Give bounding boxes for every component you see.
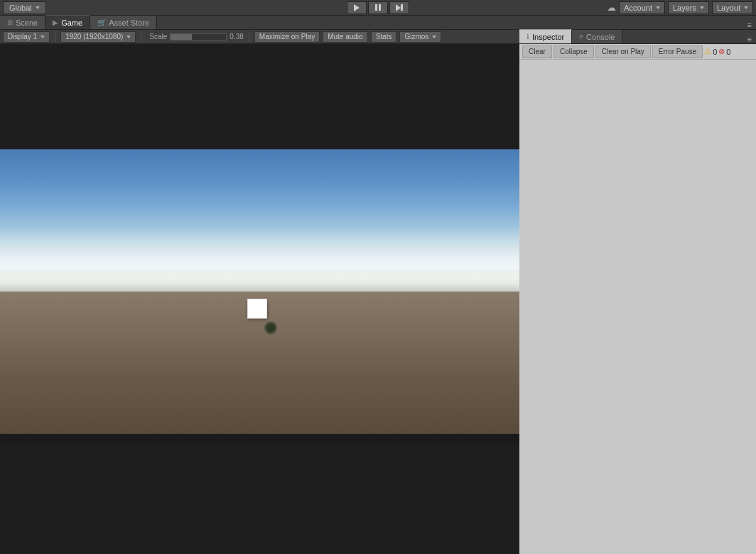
right-content [519, 60, 756, 554]
right-tab-more[interactable]: ≡ [743, 35, 756, 43]
game-scene [0, 149, 519, 434]
toolbar-right: ☁ Account Layers Layout [607, 1, 753, 14]
display-button[interactable]: Display 1 [3, 31, 50, 43]
inspector-tab-label: Inspector [532, 33, 564, 41]
maximize-button[interactable]: Maximize on Play [254, 31, 320, 43]
toolbar-left: Global [3, 1, 46, 14]
right-toolbar: Clear Collapse Clear on Play Error Pause… [519, 44, 756, 60]
error-count: 0 [726, 48, 730, 56]
clear-button[interactable]: Clear [522, 46, 552, 58]
mute-label: Mute audio [328, 33, 362, 41]
warning-count: 0 [713, 48, 717, 56]
tab-scene[interactable]: ⊞ Scene [0, 15, 45, 29]
black-bar-bottom [0, 444, 519, 554]
display-dropdown-arrow [40, 36, 45, 38]
gizmos-button[interactable]: Gizmos [399, 31, 441, 43]
scale-label: Scale [149, 33, 167, 41]
play-button[interactable] [347, 1, 367, 14]
error-icon: ⊗ [718, 47, 725, 56]
resolution-button[interactable]: 1920 (1920x1080) [60, 31, 136, 43]
layout-button[interactable]: Layout [712, 1, 753, 14]
game-panel: Display 1 1920 (1920x1080) Scale 0.38 Ma… [0, 30, 519, 554]
tab-console[interactable]: ≡ Console [572, 29, 622, 43]
error-pause-label: Error Pause [659, 48, 696, 55]
mute-button[interactable]: Mute audio [323, 31, 367, 43]
asset-store-tab-icon: 🛒 [97, 18, 106, 26]
horizon-glow [0, 270, 519, 292]
warning-icon: ⚠ [704, 47, 711, 56]
black-bar-top [0, 44, 519, 149]
step-button[interactable] [389, 1, 409, 14]
account-dropdown-arrow [656, 6, 660, 9]
tab-game[interactable]: ▶ Game [45, 15, 90, 29]
gizmos-label: Gizmos [404, 33, 428, 41]
account-button[interactable]: Account [619, 1, 665, 14]
global-button[interactable]: Global [3, 1, 46, 14]
asset-store-tab-label: Asset Store [109, 18, 149, 27]
toolbar-center [347, 1, 409, 14]
tab-inspector[interactable]: ℹ Inspector [519, 29, 572, 43]
toolbar-divider-1 [55, 32, 55, 42]
inspector-tab-icon: ℹ [526, 33, 529, 41]
toolbar-divider-2 [141, 32, 141, 42]
game-toolbar: Display 1 1920 (1920x1080) Scale 0.38 Ma… [0, 30, 519, 44]
top-toolbar: Global ☁ Account Layers [0, 0, 756, 16]
scale-slider[interactable] [170, 33, 227, 41]
toolbar-divider-3 [249, 32, 249, 42]
scene-tab-label: Scene [16, 18, 38, 27]
stats-button[interactable]: Stats [371, 31, 397, 43]
game-viewport [0, 44, 519, 554]
layout-label: Layout [717, 4, 740, 12]
layers-dropdown-arrow [700, 6, 704, 9]
main-content: Display 1 1920 (1920x1080) Scale 0.38 Ma… [0, 30, 756, 554]
global-label: Global [9, 4, 32, 12]
collapse-button[interactable]: Collapse [554, 46, 594, 58]
global-dropdown-arrow [36, 6, 40, 9]
right-tab-bar: ℹ Inspector ≡ Console ≡ [519, 30, 756, 44]
maximize-label: Maximize on Play [259, 33, 315, 41]
right-panel: ℹ Inspector ≡ Console ≡ Clear Collapse C… [519, 30, 756, 554]
collapse-label: Collapse [560, 48, 588, 55]
layers-button[interactable]: Layers [668, 1, 709, 14]
display-label: Display 1 [8, 33, 37, 41]
play-icon [354, 4, 360, 11]
gizmos-dropdown-arrow [432, 36, 436, 38]
game-tab-label: Game [61, 18, 82, 27]
layout-dropdown-arrow [744, 6, 748, 9]
tab-asset-store[interactable]: 🛒 Asset Store [90, 15, 157, 29]
main-tab-bar: ⊞ Scene ▶ Game 🛒 Asset Store ≡ [0, 16, 756, 30]
error-pause-button[interactable]: Error Pause [652, 46, 703, 58]
clear-label: Clear [529, 48, 546, 55]
resolution-dropdown-arrow [126, 36, 131, 38]
console-tab-icon: ≡ [579, 33, 583, 41]
resolution-label: 1920 (1920x1080) [65, 33, 123, 41]
console-tab-label: Console [586, 33, 615, 41]
layers-label: Layers [673, 4, 696, 12]
tab-more-button[interactable]: ≡ [743, 21, 756, 29]
account-label: Account [624, 4, 652, 12]
clear-on-play-label: Clear on Play [602, 48, 644, 55]
scale-value: 0.38 [230, 33, 243, 41]
clear-on-play-button[interactable]: Clear on Play [595, 46, 651, 58]
white-cube [247, 299, 267, 319]
pause-icon [375, 4, 381, 11]
pause-button[interactable] [368, 1, 388, 14]
step-icon [396, 4, 403, 11]
scene-tab-icon: ⊞ [7, 18, 13, 26]
cloud-icon: ☁ [607, 2, 616, 13]
game-tab-icon: ▶ [53, 18, 58, 26]
stats-label: Stats [376, 33, 392, 41]
